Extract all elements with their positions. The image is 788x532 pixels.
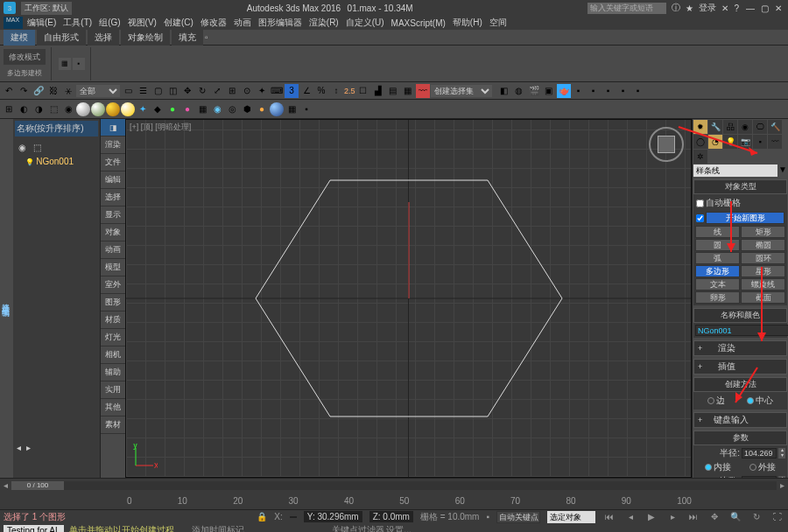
- coord-z[interactable]: Z: 0.0mm: [369, 511, 413, 522]
- unlink-icon[interactable]: ⛓: [46, 84, 60, 98]
- play-start-icon[interactable]: ⏮: [602, 510, 616, 524]
- vtab-display[interactable]: 显示: [101, 206, 125, 224]
- ribbon-tab-modeling[interactable]: 建模: [4, 30, 35, 46]
- close-button[interactable]: ✕: [772, 4, 784, 13]
- sides-input[interactable]: [742, 476, 777, 478]
- tb2-b13[interactable]: ●: [255, 102, 269, 116]
- nav-zoom-icon[interactable]: 🔍: [728, 510, 742, 524]
- keyfilter-dropdown[interactable]: 选定对象: [547, 511, 595, 523]
- minimize-button[interactable]: —: [744, 4, 756, 13]
- select-icon[interactable]: ▭: [121, 84, 135, 98]
- vtab-render[interactable]: 渲染: [101, 136, 125, 154]
- selection-filter[interactable]: 全部: [76, 85, 120, 97]
- radio-inscribed[interactable]: [705, 464, 712, 471]
- sides-up[interactable]: ▴: [778, 476, 785, 478]
- tb2-b6[interactable]: ◆: [151, 102, 165, 116]
- max-menu-icon[interactable]: MAX: [4, 17, 23, 29]
- btn-rectangle[interactable]: 矩形: [741, 226, 785, 238]
- hierarchy-tab-icon[interactable]: 品: [723, 120, 737, 134]
- cameras-cat-icon[interactable]: 📷: [738, 135, 752, 149]
- tb2-b14[interactable]: ▦: [285, 102, 299, 116]
- nav-pan-icon[interactable]: ✥: [707, 510, 721, 524]
- schematic-icon[interactable]: ◧: [497, 84, 511, 98]
- radio-center[interactable]: [747, 397, 754, 404]
- vtab-shape[interactable]: 图形: [101, 294, 125, 312]
- menu-animation[interactable]: 动画: [231, 17, 254, 29]
- ribbon-collapse-icon[interactable]: ▫: [205, 32, 208, 42]
- vtab-outdoor[interactable]: 室外: [101, 276, 125, 294]
- menu-space[interactable]: 空间: [487, 17, 510, 29]
- pivot-icon[interactable]: ⊙: [240, 84, 254, 98]
- menu-customize[interactable]: 自定义(U): [343, 17, 387, 29]
- menu-grapheditors[interactable]: 图形编辑器: [256, 17, 305, 29]
- menu-help[interactable]: 帮助(H): [450, 17, 485, 29]
- ribbon-tab-populate[interactable]: 填充: [172, 30, 203, 46]
- time-slider[interactable]: 0 / 100: [11, 481, 777, 490]
- vtab-select[interactable]: 选择: [101, 189, 125, 206]
- radius-down[interactable]: ▾: [778, 453, 785, 458]
- ribbon-tab-freeform[interactable]: 自由形式: [37, 30, 86, 46]
- btn-section[interactable]: 截面: [741, 291, 785, 304]
- align-icon[interactable]: ▤: [386, 84, 400, 98]
- btn-arc[interactable]: 弧: [695, 252, 740, 264]
- mat-ball-4[interactable]: [270, 102, 284, 116]
- menu-view[interactable]: 视图(V): [125, 17, 159, 29]
- startnew-checkbox[interactable]: [696, 214, 704, 222]
- radius-input[interactable]: [742, 448, 777, 458]
- vtab-anim[interactable]: 动画: [101, 242, 125, 259]
- vtab-edit[interactable]: 编辑: [101, 172, 125, 189]
- nav-max-icon[interactable]: ⛶: [770, 510, 784, 524]
- bind-icon[interactable]: ⚹: [61, 84, 75, 98]
- curve-editor-icon[interactable]: 〰: [416, 84, 430, 98]
- lights-cat-icon[interactable]: 💡: [723, 135, 737, 149]
- isolate-icon[interactable]: ▪: [486, 512, 489, 522]
- btn-circle[interactable]: 圆: [695, 239, 740, 251]
- vtab-camera[interactable]: 相机: [101, 346, 125, 364]
- menu-group[interactable]: 组(G): [96, 17, 123, 29]
- time-prev[interactable]: ◂: [4, 480, 8, 490]
- viewport-label[interactable]: [+] [顶] [明暗处理]: [130, 122, 191, 133]
- select-region-icon[interactable]: ▢: [151, 84, 165, 98]
- helpers-cat-icon[interactable]: ▪: [753, 135, 767, 149]
- object-name-input[interactable]: [695, 325, 788, 336]
- star-icon[interactable]: ★: [686, 4, 693, 13]
- menu-create[interactable]: 创建(C): [161, 17, 196, 29]
- material-editor-icon[interactable]: ◍: [512, 84, 526, 98]
- scene-nav-left[interactable]: ◂: [14, 443, 23, 452]
- rollout-objecttype[interactable]: 对象类型: [693, 179, 787, 194]
- layers-icon[interactable]: ▦: [401, 84, 415, 98]
- tb2-b7[interactable]: ●: [165, 102, 179, 116]
- tb-x3[interactable]: ▪: [602, 84, 616, 98]
- angle-snap-icon[interactable]: ∠: [299, 84, 313, 98]
- workspace-label[interactable]: 工作区: 默认: [21, 2, 72, 15]
- systems-cat-icon[interactable]: ✲: [693, 150, 707, 164]
- create-tab-icon[interactable]: ✹: [693, 120, 707, 134]
- vtab-other[interactable]: 其他: [101, 399, 125, 416]
- sun-icon[interactable]: [121, 102, 135, 116]
- rollout-keyboard[interactable]: + 键盘输入: [693, 412, 787, 428]
- vtab-material[interactable]: 材质: [101, 312, 125, 329]
- rollout-method[interactable]: 创建方法: [693, 377, 787, 392]
- tb2-b4[interactable]: ◉: [61, 102, 75, 116]
- btn-star[interactable]: 星形: [741, 265, 785, 277]
- left-dock-label[interactable]: 选择 显示 编辑: [0, 119, 13, 478]
- vtab-file[interactable]: 文件: [101, 154, 125, 172]
- play-next-icon[interactable]: ▸: [665, 510, 679, 524]
- window-crossing-icon[interactable]: ◫: [165, 84, 179, 98]
- coord-y[interactable]: Y: 30.296mm: [304, 511, 362, 522]
- tb2-b5[interactable]: ✦: [136, 102, 150, 116]
- help-search-input[interactable]: 输入关键字或短语: [587, 3, 666, 14]
- btn-helix[interactable]: 螺旋线: [741, 278, 785, 290]
- viewport[interactable]: [+] [顶] [明暗处理] xy: [125, 119, 692, 478]
- startnew-button[interactable]: 开始新图形: [706, 212, 784, 224]
- link-icon[interactable]: 🔗: [32, 84, 46, 98]
- radio-circum[interactable]: [749, 464, 756, 471]
- rendered-frame-icon[interactable]: ▣: [542, 84, 556, 98]
- scene-nav-right[interactable]: ▸: [24, 443, 32, 452]
- named-selection[interactable]: 创建选择集: [431, 85, 492, 97]
- tb2-b10[interactable]: ◉: [210, 102, 224, 116]
- tb2-b12[interactable]: ⬢: [240, 102, 254, 116]
- undo-icon[interactable]: ↶: [2, 84, 16, 98]
- vtab-asset[interactable]: 素材: [101, 416, 125, 434]
- display-tab-icon[interactable]: 🖵: [753, 120, 767, 134]
